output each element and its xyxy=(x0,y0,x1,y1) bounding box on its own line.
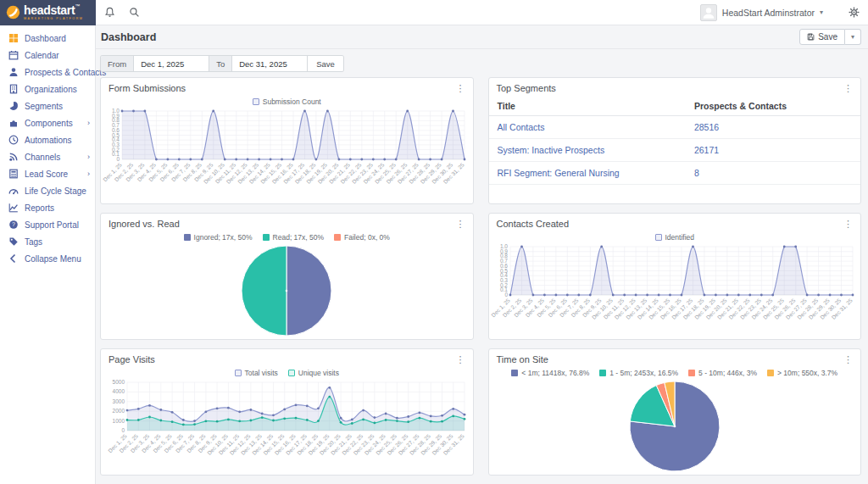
save-button[interactable]: Save xyxy=(799,29,845,45)
sidebar-item-components[interactable]: Components› xyxy=(0,114,95,131)
form-submissions-chart: 00.10.20.30.40.50.60.70.80.91.0Dec 1, 25… xyxy=(102,107,471,197)
sidebar-item-label: Reports xyxy=(25,203,54,213)
legend-item[interactable]: 5 - 10m; 446x, 3% xyxy=(688,369,757,377)
widget-title: Ignored vs. Read xyxy=(108,219,180,229)
collapse-icon xyxy=(8,253,19,264)
segment-count-link[interactable]: 28516 xyxy=(694,122,719,132)
segment-title-link[interactable]: All Contacts xyxy=(498,122,545,132)
sidebar-item-tags[interactable]: Tags xyxy=(0,233,95,250)
widget-menu-icon[interactable]: ⋮ xyxy=(843,84,853,93)
segments-col-count: Prospects & Contacts xyxy=(686,96,860,116)
date-range-group: From To Save xyxy=(101,56,343,71)
sidebar-item-organizations[interactable]: Organizations xyxy=(0,81,95,97)
brand-logo[interactable]: headstart™ MARKETING PLATFORM xyxy=(0,0,96,25)
pie-icon xyxy=(8,101,19,111)
settings-gear-icon[interactable] xyxy=(849,7,860,18)
date-to-input[interactable] xyxy=(232,56,307,71)
segments-table-header-row: Title Prospects & Contacts xyxy=(489,96,861,116)
sidebar-item-prospects-contacts[interactable]: Prospects & Contacts xyxy=(0,64,95,81)
top-bar: headstart™ MARKETING PLATFORM HeadStart … xyxy=(0,0,868,25)
legend-label: Failed; 0x, 0% xyxy=(344,233,390,242)
chart-legend: Total visitsUnique visits xyxy=(101,367,473,378)
save-dropdown-button[interactable]: ▾ xyxy=(845,29,861,45)
sidebar-item-label: Segments xyxy=(25,102,63,111)
widget-menu-icon[interactable]: ⋮ xyxy=(456,220,465,229)
segment-count-link[interactable]: 26171 xyxy=(694,145,719,155)
save-dropdown-caret-icon: ▾ xyxy=(851,33,854,41)
date-from-input[interactable] xyxy=(134,56,209,71)
date-from-label: From xyxy=(101,56,134,71)
legend-item[interactable]: Read; 17x, 50% xyxy=(263,233,324,242)
legend-item[interactable]: > 10m; 550x, 3.7% xyxy=(767,369,837,377)
legend-swatch-icon xyxy=(263,234,270,241)
sidebar-nav: DashboardCalendarProspects & ContactsOrg… xyxy=(0,25,96,484)
sidebar-item-collapse-menu[interactable]: Collapse Menu xyxy=(0,250,95,267)
dashboard-save-split-button: Save ▾ xyxy=(799,29,861,45)
user-menu[interactable]: HeadStart Adminstrator ▾ xyxy=(700,4,823,21)
sidebar-item-support-portal[interactable]: ?Support Portal xyxy=(0,216,95,233)
save-button-label: Save xyxy=(818,32,837,42)
submenu-chevron-icon: › xyxy=(87,170,90,178)
legend-item[interactable]: Identified xyxy=(655,233,695,242)
segment-count-link[interactable]: 8 xyxy=(694,168,699,178)
sidebar-item-dashboard[interactable]: Dashboard xyxy=(0,30,95,47)
dashboard-grid-icon xyxy=(8,33,19,43)
legend-label: > 10m; 550x, 3.7% xyxy=(777,369,837,377)
legend-item[interactable]: Failed; 0x, 0% xyxy=(334,233,390,242)
sidebar-item-reports[interactable]: Reports xyxy=(0,199,95,216)
gauge-icon xyxy=(8,186,19,196)
legend-swatch-icon xyxy=(511,370,518,376)
legend-swatch-icon xyxy=(334,234,341,241)
legend-item[interactable]: Unique visits xyxy=(288,369,339,377)
chart-legend: Submission Count xyxy=(101,96,473,107)
legend-item[interactable]: 1 - 5m; 2453x, 16.5% xyxy=(599,369,678,377)
chart-line-icon xyxy=(8,203,19,213)
sidebar-item-lead-score[interactable]: Lead Score› xyxy=(0,165,95,182)
chart-legend: Identified xyxy=(489,231,861,242)
time-on-site-pie-chart xyxy=(490,378,860,475)
svg-text:0: 0 xyxy=(122,427,125,433)
sidebar-item-calendar[interactable]: Calendar xyxy=(0,47,95,64)
legend-item[interactable]: Submission Count xyxy=(253,97,321,106)
svg-text:1000: 1000 xyxy=(113,418,125,424)
legend-swatch-icon xyxy=(253,98,259,105)
page-visits-chart: 010002000300040005000Dec 1, 25Dec 2, 25D… xyxy=(102,378,471,468)
segment-title-link[interactable]: RFI Segment: General Nursing xyxy=(498,168,620,178)
widget-header: Page Visits ⋮ xyxy=(101,349,473,367)
widget-menu-icon[interactable]: ⋮ xyxy=(843,220,853,229)
sidebar-item-segments[interactable]: Segments xyxy=(0,97,95,114)
person-silhouette-icon xyxy=(701,5,716,20)
legend-item[interactable]: < 1m; 11418x, 76.8% xyxy=(511,369,589,377)
widget-page-visits: Page Visits ⋮ Total visitsUnique visits … xyxy=(100,348,474,476)
segments-col-title: Title xyxy=(489,96,686,116)
broadcast-icon xyxy=(8,152,19,162)
segments-table-row: System: Inactive Prospects26171 xyxy=(489,139,861,162)
chart-legend: < 1m; 11418x, 76.8%1 - 5m; 2453x, 16.5%5… xyxy=(489,367,861,378)
widget-menu-icon[interactable]: ⋮ xyxy=(843,355,853,364)
widget-menu-icon[interactable]: ⋮ xyxy=(456,84,465,93)
legend-item[interactable]: Total visits xyxy=(235,369,278,377)
sidebar-item-label: Tags xyxy=(25,237,42,247)
date-apply-button[interactable]: Save xyxy=(307,56,343,71)
top-bar-actions: HeadStart Adminstrator ▾ xyxy=(96,0,868,25)
tag-icon xyxy=(8,236,19,247)
segment-title-link[interactable]: System: Inactive Prospects xyxy=(498,145,605,155)
sidebar-item-life-cycle-stage[interactable]: Life Cycle Stage xyxy=(0,182,95,199)
widget-menu-icon[interactable]: ⋮ xyxy=(456,355,465,364)
widget-title: Contacts Created xyxy=(497,219,570,229)
legend-label: Read; 17x, 50% xyxy=(273,233,324,242)
legend-label: Ignored; 17x, 50% xyxy=(194,233,253,242)
legend-label: Unique visits xyxy=(298,369,339,377)
notifications-bell-icon[interactable] xyxy=(104,7,115,18)
user-name: HeadStart Adminstrator xyxy=(722,8,815,18)
sidebar-item-channels[interactable]: Channels› xyxy=(0,148,95,165)
legend-swatch-icon xyxy=(235,370,242,376)
widget-title: Top Segments xyxy=(497,83,556,93)
sidebar-item-label: Channels xyxy=(25,153,60,162)
sidebar-item-automations[interactable]: Automations xyxy=(0,131,95,148)
widget-contacts-created: Contacts Created ⋮ Identified 00.10.20.3… xyxy=(488,213,862,340)
search-icon[interactable] xyxy=(129,7,140,18)
legend-swatch-icon xyxy=(599,370,606,376)
brand-text: headstart™ MARKETING PLATFORM xyxy=(24,3,83,21)
legend-item[interactable]: Ignored; 17x, 50% xyxy=(184,233,253,242)
